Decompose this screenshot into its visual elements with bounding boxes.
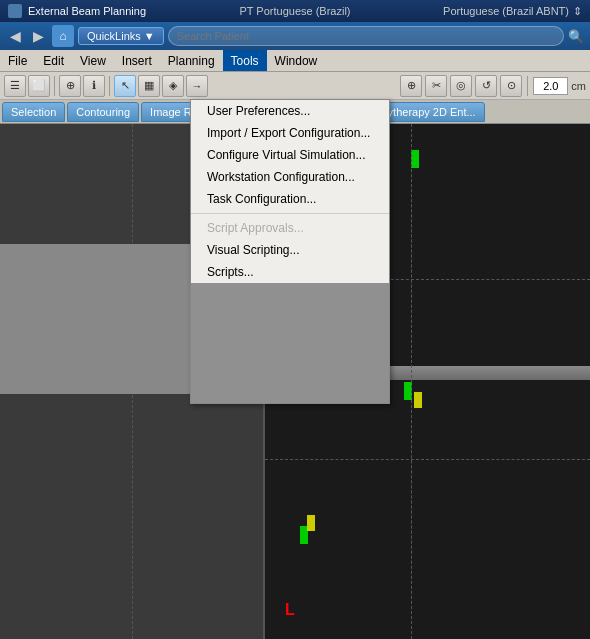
menu-visual-scripting[interactable]: Visual Scripting... [191,239,389,261]
menu-scripts[interactable]: Scripts... [191,261,389,283]
search-input[interactable] [168,26,564,46]
toolbar-right: ⊕ ✂ ◎ ↺ ⊙ cm [400,75,586,97]
menu-workstation-config[interactable]: Workstation Configuration... [191,166,389,188]
menu-configure-virtual[interactable]: Configure Virtual Simulation... [191,144,389,166]
crosshair-v-bot [411,124,412,639]
toolbar-btn-r5[interactable]: ⊙ [500,75,522,97]
marker-yellow-bot [307,515,315,531]
menu-edit[interactable]: Edit [35,50,72,71]
marker-yellow-mid [414,392,422,408]
quicklinks-button[interactable]: QuickLinks ▼ [78,27,164,45]
search-icon: 🔍 [568,29,584,44]
toolbar-btn-r4[interactable]: ↺ [475,75,497,97]
menu-file[interactable]: File [0,50,35,71]
nav-bar: ◀ ▶ ⌂ QuickLinks ▼ 🔍 [0,22,590,50]
toolbar-btn-3[interactable]: ⊕ [59,75,81,97]
title-bar-center: PT Portuguese (Brazil) [199,5,390,17]
quicklinks-label: QuickLinks [87,30,141,42]
tools-dropdown: User Preferences... Import / Export Conf… [190,99,390,404]
toolbar-sep-2 [109,76,110,96]
dropdown-icon[interactable]: ⇕ [573,5,582,18]
menu-script-approvals: Script Approvals... [191,217,389,239]
menu-import-export[interactable]: Import / Export Configuration... [191,122,389,144]
title-bar-left: External Beam Planning [8,4,199,18]
menu-task-config[interactable]: Task Configuration... [191,188,389,210]
menu-view[interactable]: View [72,50,114,71]
quicklinks-chevron: ▼ [144,30,155,42]
toolbar-sep-3 [527,76,528,96]
toolbar-btn-r2[interactable]: ✂ [425,75,447,97]
toolbar-btn-r3[interactable]: ◎ [450,75,472,97]
menu-planning[interactable]: Planning [160,50,223,71]
tab-selection[interactable]: Selection [2,102,65,122]
menu-tools[interactable]: Tools [223,50,267,71]
dropdown-sep [191,213,389,214]
app-title: External Beam Planning [28,5,146,17]
crosshair-h-bot [265,459,590,460]
title-bar: External Beam Planning PT Portuguese (Br… [0,0,590,22]
toolbar-btn-r1[interactable]: ⊕ [400,75,422,97]
toolbar-btn-cursor[interactable]: ↖ [114,75,136,97]
toolbar-btn-shape[interactable]: ◈ [162,75,184,97]
home-button[interactable]: ⌂ [52,25,74,47]
menu-insert[interactable]: Insert [114,50,160,71]
corner-l-marker: L [285,601,295,619]
app-icon [8,4,22,18]
tab-contouring[interactable]: Contouring [67,102,139,122]
toolbar-btn-arrow[interactable]: → [186,75,208,97]
cm-label: cm [571,80,586,92]
toolbar: ☰ ⬜ ⊕ ℹ ↖ ▦ ◈ → ⊕ ✂ ◎ ↺ ⊙ cm [0,72,590,100]
back-button[interactable]: ◀ [6,26,25,46]
toolbar-btn-info[interactable]: ℹ [83,75,105,97]
language-center: PT Portuguese (Brazil) [239,5,350,17]
dropdown-gray-box [191,283,389,403]
title-bar-right: Portuguese (Brazil ABNT) ⇕ [391,5,582,18]
language-right: Portuguese (Brazil ABNT) [443,5,569,17]
menu-bar: File Edit View Insert Planning Tools Win… [0,50,590,72]
toolbar-btn-grid[interactable]: ▦ [138,75,160,97]
menu-user-preferences[interactable]: User Preferences... [191,100,389,122]
menu-window[interactable]: Window [267,50,326,71]
cm-input[interactable] [533,77,568,95]
toolbar-sep-1 [54,76,55,96]
toolbar-btn-2[interactable]: ⬜ [28,75,50,97]
toolbar-btn-1[interactable]: ☰ [4,75,26,97]
forward-button[interactable]: ▶ [29,26,48,46]
